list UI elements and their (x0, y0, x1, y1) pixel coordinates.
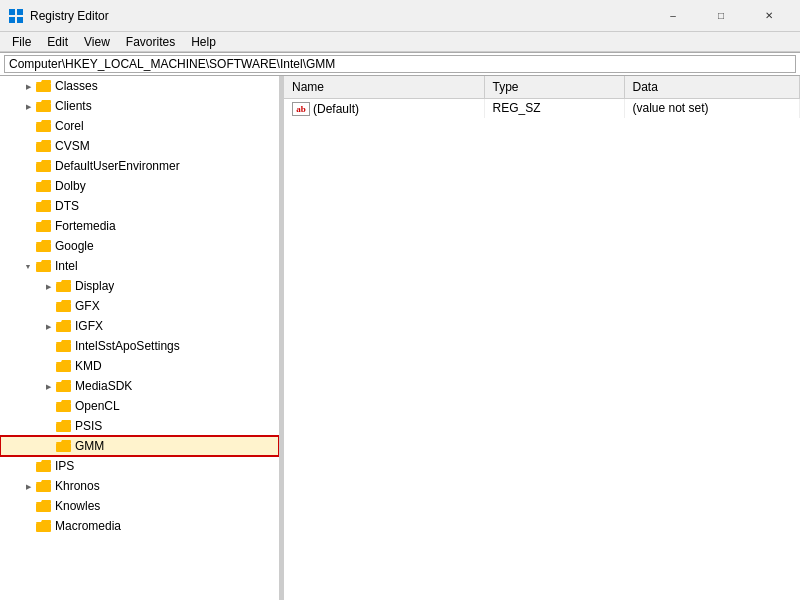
svg-rect-21 (56, 423, 71, 432)
menu-favorites[interactable]: Favorites (118, 33, 183, 51)
svg-rect-5 (36, 103, 51, 112)
tree-label-fortemedia: Fortemedia (55, 219, 116, 233)
tree-label-intelsstapo: IntelSstApoSettings (75, 339, 180, 353)
svg-rect-0 (9, 9, 15, 15)
expand-arrow-igfx (40, 318, 56, 334)
svg-rect-25 (36, 503, 51, 512)
tree-label-google: Google (55, 239, 94, 253)
tree-item-intelsstapo[interactable]: IntelSstApoSettings (0, 336, 279, 356)
menu-view[interactable]: View (76, 33, 118, 51)
tree-item-corel[interactable]: Corel (0, 116, 279, 136)
svg-rect-2 (9, 17, 15, 23)
folder-icon-igfx (56, 318, 72, 334)
svg-rect-14 (56, 283, 71, 292)
tree-item-igfx[interactable]: IGFX (0, 316, 279, 336)
tree-label-cvsm: CVSM (55, 139, 90, 153)
folder-icon-gmm (56, 438, 72, 454)
expand-arrow-clients (20, 98, 36, 114)
tree-item-cvsm[interactable]: CVSM (0, 136, 279, 156)
col-header-data[interactable]: Data (624, 76, 800, 98)
tree-label-gfx: GFX (75, 299, 100, 313)
svg-rect-13 (36, 263, 51, 272)
tree-item-gfx[interactable]: GFX (0, 296, 279, 316)
svg-rect-10 (36, 203, 51, 212)
tree-item-opencl[interactable]: OpenCL (0, 396, 279, 416)
folder-icon-dolby (36, 178, 52, 194)
tree-item-defaultuserenv[interactable]: DefaultUserEnvironmer (0, 156, 279, 176)
tree-item-kmd[interactable]: KMD (0, 356, 279, 376)
menu-edit[interactable]: Edit (39, 33, 76, 51)
expand-arrow-display (40, 278, 56, 294)
data-panel: Name Type Data ab (Default) REG_SZ (valu… (284, 76, 800, 600)
tree-item-ips[interactable]: IPS (0, 456, 279, 476)
tree-label-classes: Classes (55, 79, 98, 93)
folder-icon-khronos (36, 478, 52, 494)
menu-file[interactable]: File (4, 33, 39, 51)
app-icon (8, 8, 24, 24)
tree-item-fortemedia[interactable]: Fortemedia (0, 216, 279, 236)
tree-label-defaultuserenv: DefaultUserEnvironmer (55, 159, 180, 173)
folder-icon-corel (36, 118, 52, 134)
expand-arrow-intel (20, 258, 36, 274)
tree-label-corel: Corel (55, 119, 84, 133)
svg-rect-18 (56, 363, 71, 372)
folder-icon-opencl (56, 398, 72, 414)
svg-rect-4 (36, 83, 51, 92)
folder-icon-ips (36, 458, 52, 474)
cell-type: REG_SZ (484, 98, 624, 118)
col-header-name[interactable]: Name (284, 76, 484, 98)
table-row[interactable]: ab (Default) REG_SZ (value not set) (284, 98, 800, 118)
tree-label-kmd: KMD (75, 359, 102, 373)
cell-data: (value not set) (624, 98, 800, 118)
folder-icon-display (56, 278, 72, 294)
tree-item-psis[interactable]: PSIS (0, 416, 279, 436)
folder-icon-kmd (56, 358, 72, 374)
tree-item-gmm[interactable]: GMM (0, 436, 279, 456)
folder-icon-mediasdk (56, 378, 72, 394)
svg-rect-16 (56, 323, 71, 332)
svg-rect-11 (36, 223, 51, 232)
folder-icon-classes (36, 78, 52, 94)
tree-label-psis: PSIS (75, 419, 102, 433)
folder-icon-macromedia (36, 518, 52, 534)
folder-icon-intel (36, 258, 52, 274)
expand-arrow-mediasdk (40, 378, 56, 394)
window-controls: – □ ✕ (650, 1, 792, 31)
col-header-type[interactable]: Type (484, 76, 624, 98)
folder-icon-clients (36, 98, 52, 114)
tree-item-google[interactable]: Google (0, 236, 279, 256)
tree-item-intel[interactable]: Intel (0, 256, 279, 276)
tree-item-display[interactable]: Display (0, 276, 279, 296)
tree-item-macromedia[interactable]: Macromedia (0, 516, 279, 536)
tree-scroll[interactable]: Classes Clients Corel (0, 76, 279, 600)
folder-icon-defaultuserenv (36, 158, 52, 174)
ab-icon: ab (292, 102, 310, 116)
minimize-button[interactable]: – (650, 1, 696, 31)
tree-label-khronos: Khronos (55, 479, 100, 493)
menu-bar: File Edit View Favorites Help (0, 32, 800, 52)
menu-help[interactable]: Help (183, 33, 224, 51)
folder-icon-fortemedia (36, 218, 52, 234)
tree-item-dts[interactable]: DTS (0, 196, 279, 216)
tree-item-dolby[interactable]: Dolby (0, 176, 279, 196)
tree-label-dolby: Dolby (55, 179, 86, 193)
close-button[interactable]: ✕ (746, 1, 792, 31)
tree-label-dts: DTS (55, 199, 79, 213)
maximize-button[interactable]: □ (698, 1, 744, 31)
svg-rect-22 (56, 443, 71, 452)
address-input[interactable] (4, 55, 796, 73)
svg-rect-23 (36, 463, 51, 472)
data-table: Name Type Data ab (Default) REG_SZ (valu… (284, 76, 800, 118)
tree-item-khronos[interactable]: Khronos (0, 476, 279, 496)
tree-label-macromedia: Macromedia (55, 519, 121, 533)
folder-icon-google (36, 238, 52, 254)
tree-item-classes[interactable]: Classes (0, 76, 279, 96)
table-header-row: Name Type Data (284, 76, 800, 98)
svg-rect-6 (36, 123, 51, 132)
tree-label-knowles: Knowles (55, 499, 100, 513)
tree-item-knowles[interactable]: Knowles (0, 496, 279, 516)
tree-item-mediasdk[interactable]: MediaSDK (0, 376, 279, 396)
tree-label-opencl: OpenCL (75, 399, 120, 413)
tree-item-clients[interactable]: Clients (0, 96, 279, 116)
cell-name-value: (Default) (313, 102, 359, 116)
